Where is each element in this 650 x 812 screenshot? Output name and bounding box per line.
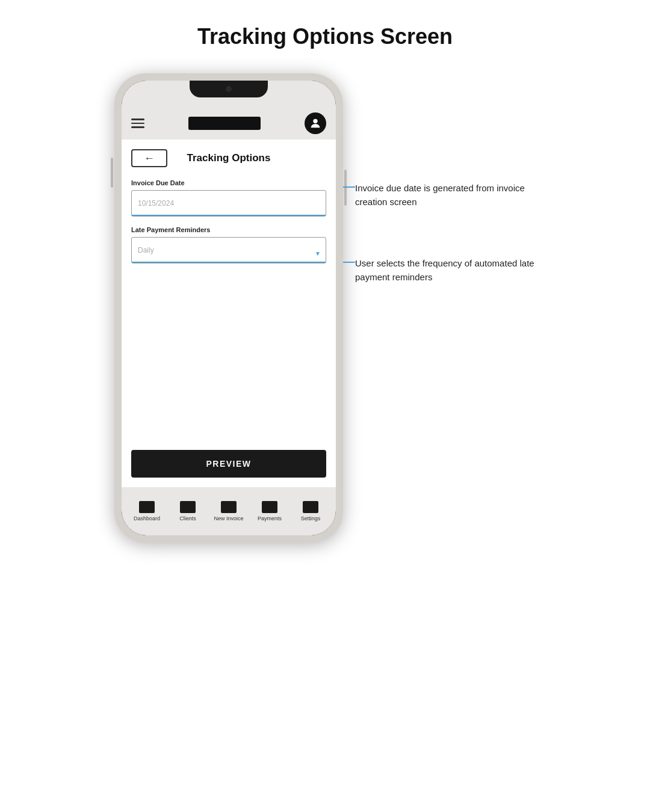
top-nav: [122, 107, 336, 140]
form-area: Invoice Due Date 10/15/2024 Late Payment…: [122, 173, 336, 450]
nav-item-clients[interactable]: Clients: [167, 501, 208, 521]
nav-item-settings[interactable]: Settings: [290, 501, 331, 521]
settings-label: Settings: [301, 515, 321, 521]
notch: [190, 81, 268, 97]
annotation-text-2: User selects the frequency of automated …: [355, 258, 534, 282]
nav-item-dashboard[interactable]: Dashboard: [126, 501, 167, 521]
screen: ← Tracking Options Invoice Due Date: [122, 81, 336, 535]
page-wrapper: Tracking Options Screen: [0, 24, 650, 543]
payments-icon: [262, 501, 277, 513]
reminders-field-group: Late Payment Reminders Daily ▼: [131, 226, 326, 263]
due-date-label: Invoice Due Date: [131, 179, 326, 186]
annotation-1: Invoice due date is generated from invoi…: [355, 182, 536, 209]
nav-item-new-invoice[interactable]: New Invoice: [208, 501, 249, 521]
bottom-nav: Dashboard Clients New Invoice: [122, 487, 336, 535]
notch-dot: [226, 86, 232, 92]
reminders-input[interactable]: Daily ▼: [131, 237, 326, 263]
phone-container: ← Tracking Options Invoice Due Date: [114, 73, 343, 543]
annotation-area: Invoice due date is generated from invoi…: [343, 73, 536, 332]
annotation-text-1: Invoice due date is generated from invoi…: [355, 183, 525, 207]
profile-icon[interactable]: [305, 112, 326, 134]
preview-button[interactable]: PREVIEW: [131, 450, 326, 478]
due-date-underline: [132, 215, 326, 216]
back-arrow-icon: ←: [144, 152, 155, 165]
reminders-underline: [132, 262, 326, 263]
clients-label: Clients: [179, 515, 196, 521]
preview-button-wrap: PREVIEW: [122, 450, 336, 487]
screen-content: ← Tracking Options Invoice Due Date: [122, 140, 336, 487]
dashboard-icon: [139, 501, 155, 513]
back-nav: ← Tracking Options: [122, 140, 336, 173]
annotation-2: User selects the frequency of automated …: [355, 257, 536, 284]
phone-outer: ← Tracking Options Invoice Due Date: [114, 73, 343, 543]
due-date-value: 10/15/2024: [138, 199, 320, 208]
nav-title-bar: [188, 117, 261, 130]
new-invoice-label: New Invoice: [214, 515, 243, 521]
page-title: Tracking Options Screen: [197, 24, 453, 49]
phone-inner: ← Tracking Options Invoice Due Date: [122, 81, 336, 535]
dashboard-label: Dashboard: [134, 515, 160, 521]
reminders-label: Late Payment Reminders: [131, 226, 326, 233]
clients-icon: [180, 501, 196, 513]
annotation-line-1: [343, 186, 355, 188]
screen-heading: Tracking Options: [167, 152, 326, 164]
due-date-field-group: Invoice Due Date 10/15/2024: [131, 179, 326, 217]
user-icon: [309, 117, 322, 130]
new-invoice-icon: [221, 501, 237, 513]
annotation-line-2: [343, 262, 355, 263]
due-date-input[interactable]: 10/15/2024: [131, 190, 326, 217]
settings-icon: [303, 501, 318, 513]
reminders-value: Daily: [138, 246, 320, 254]
hamburger-icon[interactable]: [131, 118, 144, 128]
nav-item-payments[interactable]: Payments: [249, 501, 290, 521]
phone-volume-button: [111, 158, 113, 188]
dropdown-chevron-icon: ▼: [315, 250, 321, 257]
svg-point-0: [313, 119, 317, 123]
back-button[interactable]: ←: [131, 149, 167, 167]
payments-label: Payments: [258, 515, 282, 521]
content-row: ← Tracking Options Invoice Due Date: [0, 73, 650, 543]
